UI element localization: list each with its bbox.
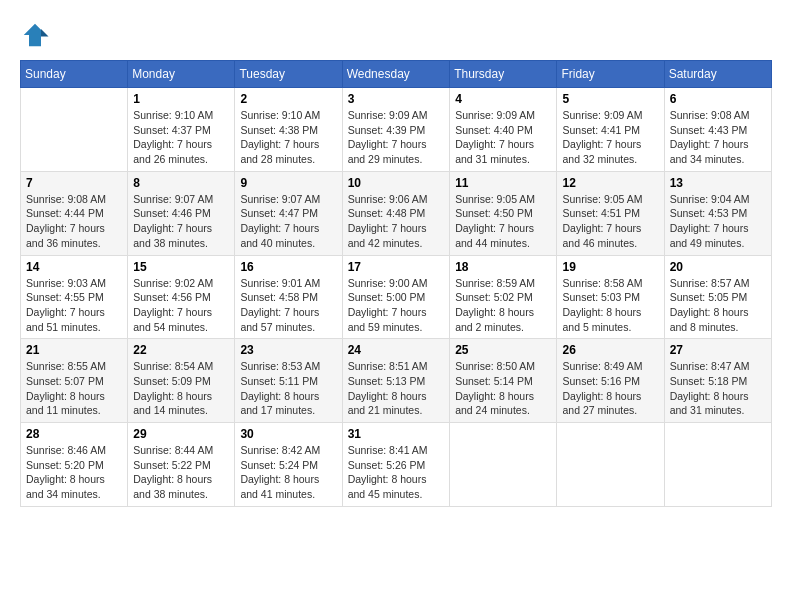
calendar-cell: 22Sunrise: 8:54 AMSunset: 5:09 PMDayligh… — [128, 339, 235, 423]
calendar-cell: 24Sunrise: 8:51 AMSunset: 5:13 PMDayligh… — [342, 339, 449, 423]
day-info: Sunrise: 8:57 AMSunset: 5:05 PMDaylight:… — [670, 276, 766, 335]
logo-icon — [20, 20, 50, 50]
day-number: 25 — [455, 343, 551, 357]
calendar-cell: 18Sunrise: 8:59 AMSunset: 5:02 PMDayligh… — [450, 255, 557, 339]
day-number: 18 — [455, 260, 551, 274]
day-info: Sunrise: 9:07 AMSunset: 4:47 PMDaylight:… — [240, 192, 336, 251]
day-header-tuesday: Tuesday — [235, 61, 342, 88]
calendar-cell: 9Sunrise: 9:07 AMSunset: 4:47 PMDaylight… — [235, 171, 342, 255]
calendar-cell — [21, 88, 128, 172]
day-info: Sunrise: 9:08 AMSunset: 4:44 PMDaylight:… — [26, 192, 122, 251]
day-number: 17 — [348, 260, 444, 274]
day-info: Sunrise: 9:09 AMSunset: 4:41 PMDaylight:… — [562, 108, 658, 167]
calendar-cell: 26Sunrise: 8:49 AMSunset: 5:16 PMDayligh… — [557, 339, 664, 423]
day-number: 5 — [562, 92, 658, 106]
calendar-cell: 16Sunrise: 9:01 AMSunset: 4:58 PMDayligh… — [235, 255, 342, 339]
day-info: Sunrise: 8:49 AMSunset: 5:16 PMDaylight:… — [562, 359, 658, 418]
calendar-cell: 10Sunrise: 9:06 AMSunset: 4:48 PMDayligh… — [342, 171, 449, 255]
day-info: Sunrise: 9:05 AMSunset: 4:50 PMDaylight:… — [455, 192, 551, 251]
day-number: 23 — [240, 343, 336, 357]
day-info: Sunrise: 8:41 AMSunset: 5:26 PMDaylight:… — [348, 443, 444, 502]
day-number: 21 — [26, 343, 122, 357]
day-number: 8 — [133, 176, 229, 190]
day-number: 2 — [240, 92, 336, 106]
day-info: Sunrise: 8:47 AMSunset: 5:18 PMDaylight:… — [670, 359, 766, 418]
day-header-sunday: Sunday — [21, 61, 128, 88]
day-info: Sunrise: 9:06 AMSunset: 4:48 PMDaylight:… — [348, 192, 444, 251]
day-info: Sunrise: 8:58 AMSunset: 5:03 PMDaylight:… — [562, 276, 658, 335]
calendar-cell: 6Sunrise: 9:08 AMSunset: 4:43 PMDaylight… — [664, 88, 771, 172]
calendar-cell: 3Sunrise: 9:09 AMSunset: 4:39 PMDaylight… — [342, 88, 449, 172]
day-number: 9 — [240, 176, 336, 190]
day-number: 30 — [240, 427, 336, 441]
calendar-cell: 17Sunrise: 9:00 AMSunset: 5:00 PMDayligh… — [342, 255, 449, 339]
calendar-cell: 28Sunrise: 8:46 AMSunset: 5:20 PMDayligh… — [21, 423, 128, 507]
day-info: Sunrise: 9:08 AMSunset: 4:43 PMDaylight:… — [670, 108, 766, 167]
calendar-cell: 19Sunrise: 8:58 AMSunset: 5:03 PMDayligh… — [557, 255, 664, 339]
calendar-week-row: 28Sunrise: 8:46 AMSunset: 5:20 PMDayligh… — [21, 423, 772, 507]
day-info: Sunrise: 9:02 AMSunset: 4:56 PMDaylight:… — [133, 276, 229, 335]
day-info: Sunrise: 9:04 AMSunset: 4:53 PMDaylight:… — [670, 192, 766, 251]
day-header-friday: Friday — [557, 61, 664, 88]
day-info: Sunrise: 9:00 AMSunset: 5:00 PMDaylight:… — [348, 276, 444, 335]
day-number: 13 — [670, 176, 766, 190]
day-number: 12 — [562, 176, 658, 190]
day-info: Sunrise: 9:03 AMSunset: 4:55 PMDaylight:… — [26, 276, 122, 335]
day-number: 4 — [455, 92, 551, 106]
calendar-cell: 5Sunrise: 9:09 AMSunset: 4:41 PMDaylight… — [557, 88, 664, 172]
page-header — [20, 20, 772, 50]
day-number: 28 — [26, 427, 122, 441]
calendar-week-row: 14Sunrise: 9:03 AMSunset: 4:55 PMDayligh… — [21, 255, 772, 339]
calendar-cell — [557, 423, 664, 507]
calendar-cell: 20Sunrise: 8:57 AMSunset: 5:05 PMDayligh… — [664, 255, 771, 339]
day-header-saturday: Saturday — [664, 61, 771, 88]
day-info: Sunrise: 8:53 AMSunset: 5:11 PMDaylight:… — [240, 359, 336, 418]
logo — [20, 20, 54, 50]
calendar-table: SundayMondayTuesdayWednesdayThursdayFrid… — [20, 60, 772, 507]
calendar-cell: 27Sunrise: 8:47 AMSunset: 5:18 PMDayligh… — [664, 339, 771, 423]
day-header-monday: Monday — [128, 61, 235, 88]
day-number: 22 — [133, 343, 229, 357]
day-info: Sunrise: 9:01 AMSunset: 4:58 PMDaylight:… — [240, 276, 336, 335]
day-number: 19 — [562, 260, 658, 274]
day-info: Sunrise: 9:10 AMSunset: 4:38 PMDaylight:… — [240, 108, 336, 167]
calendar-cell: 13Sunrise: 9:04 AMSunset: 4:53 PMDayligh… — [664, 171, 771, 255]
day-info: Sunrise: 9:10 AMSunset: 4:37 PMDaylight:… — [133, 108, 229, 167]
day-info: Sunrise: 8:50 AMSunset: 5:14 PMDaylight:… — [455, 359, 551, 418]
day-number: 29 — [133, 427, 229, 441]
day-info: Sunrise: 8:46 AMSunset: 5:20 PMDaylight:… — [26, 443, 122, 502]
day-info: Sunrise: 9:07 AMSunset: 4:46 PMDaylight:… — [133, 192, 229, 251]
calendar-cell: 14Sunrise: 9:03 AMSunset: 4:55 PMDayligh… — [21, 255, 128, 339]
day-header-thursday: Thursday — [450, 61, 557, 88]
day-number: 16 — [240, 260, 336, 274]
calendar-cell: 11Sunrise: 9:05 AMSunset: 4:50 PMDayligh… — [450, 171, 557, 255]
calendar-week-row: 1Sunrise: 9:10 AMSunset: 4:37 PMDaylight… — [21, 88, 772, 172]
day-info: Sunrise: 9:05 AMSunset: 4:51 PMDaylight:… — [562, 192, 658, 251]
day-number: 6 — [670, 92, 766, 106]
calendar-cell: 31Sunrise: 8:41 AMSunset: 5:26 PMDayligh… — [342, 423, 449, 507]
day-info: Sunrise: 8:44 AMSunset: 5:22 PMDaylight:… — [133, 443, 229, 502]
day-number: 26 — [562, 343, 658, 357]
day-number: 1 — [133, 92, 229, 106]
calendar-cell: 23Sunrise: 8:53 AMSunset: 5:11 PMDayligh… — [235, 339, 342, 423]
day-number: 14 — [26, 260, 122, 274]
calendar-cell: 2Sunrise: 9:10 AMSunset: 4:38 PMDaylight… — [235, 88, 342, 172]
calendar-header-row: SundayMondayTuesdayWednesdayThursdayFrid… — [21, 61, 772, 88]
day-info: Sunrise: 8:59 AMSunset: 5:02 PMDaylight:… — [455, 276, 551, 335]
day-info: Sunrise: 8:54 AMSunset: 5:09 PMDaylight:… — [133, 359, 229, 418]
calendar-cell: 4Sunrise: 9:09 AMSunset: 4:40 PMDaylight… — [450, 88, 557, 172]
day-info: Sunrise: 8:51 AMSunset: 5:13 PMDaylight:… — [348, 359, 444, 418]
calendar-cell: 7Sunrise: 9:08 AMSunset: 4:44 PMDaylight… — [21, 171, 128, 255]
calendar-cell: 30Sunrise: 8:42 AMSunset: 5:24 PMDayligh… — [235, 423, 342, 507]
calendar-cell: 25Sunrise: 8:50 AMSunset: 5:14 PMDayligh… — [450, 339, 557, 423]
day-header-wednesday: Wednesday — [342, 61, 449, 88]
calendar-week-row: 21Sunrise: 8:55 AMSunset: 5:07 PMDayligh… — [21, 339, 772, 423]
day-info: Sunrise: 8:55 AMSunset: 5:07 PMDaylight:… — [26, 359, 122, 418]
calendar-cell: 12Sunrise: 9:05 AMSunset: 4:51 PMDayligh… — [557, 171, 664, 255]
day-info: Sunrise: 8:42 AMSunset: 5:24 PMDaylight:… — [240, 443, 336, 502]
day-number: 20 — [670, 260, 766, 274]
day-info: Sunrise: 9:09 AMSunset: 4:40 PMDaylight:… — [455, 108, 551, 167]
calendar-week-row: 7Sunrise: 9:08 AMSunset: 4:44 PMDaylight… — [21, 171, 772, 255]
day-number: 27 — [670, 343, 766, 357]
day-number: 7 — [26, 176, 122, 190]
